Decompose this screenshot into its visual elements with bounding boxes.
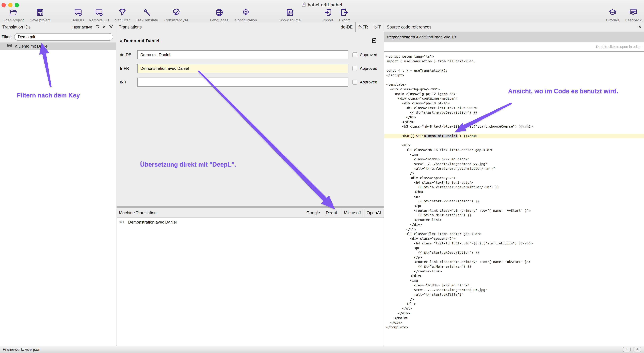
code-line: src="../../assets/images/mood_uk.jpg" <box>386 288 644 292</box>
toolbar-export-button[interactable]: Export <box>328 8 360 23</box>
code-line: </p> <box>386 255 644 260</box>
code-line: {{ $t("a.Mehr erfahren") }} <box>386 264 644 269</box>
code-line: <ul> <box>386 143 644 148</box>
filter-input[interactable] <box>14 33 113 41</box>
language-tabs: de-DEfr-FRit-IT <box>338 23 384 32</box>
toolbar-label: Export <box>339 18 350 23</box>
funnel-icon <box>118 8 127 18</box>
code-line <box>386 78 644 82</box>
code-line <box>386 64 644 68</box>
code-line: </router-link> <box>386 269 644 274</box>
language-tab-de-DE[interactable]: de-DE <box>338 23 355 32</box>
editor-hint-row: Double-click to open in editor <box>384 42 644 52</box>
source-references-header: Source code references ✕ <box>384 23 644 32</box>
translation-input-fr-FR[interactable] <box>137 64 348 73</box>
code-line: {{ $t("start.vvDescription") }} <box>386 199 644 204</box>
toolbar-feedback-button[interactable]: Feedback <box>618 8 644 23</box>
toolbar-label: Feedback <box>625 18 642 23</box>
toolbar-label: Configuration <box>235 18 257 23</box>
clear-filter-icon[interactable]: ✕ <box>102 25 106 29</box>
framework-status-text: Framework: vue-json <box>3 347 40 352</box>
translation-input-it-IT[interactable] <box>137 78 348 87</box>
translation-input-de-DE[interactable] <box>137 50 348 59</box>
refresh-filter-icon[interactable] <box>95 24 100 30</box>
toolbar-pre-translate-button[interactable]: Pre-Translate <box>131 8 163 23</box>
code-line: {{ $t("a.Versicherungsvermittler/-in") }… <box>386 185 644 190</box>
annotation-code-note: Ansicht, wo im Code es benutzt wird. <box>508 88 618 95</box>
code-line: <div class="container-medium"> <box>386 96 644 101</box>
code-line: <router-link class="btn-primary" :to="{ … <box>386 208 644 213</box>
source-references-title: Source code references <box>387 25 431 30</box>
language-label: de-DE <box>120 53 134 57</box>
code-line: <div class="space-y-2"> <box>386 176 644 180</box>
source-reference-item[interactable]: src/pages/start/GuestStartPage.vue:18 <box>384 32 644 42</box>
provider-tab-microsoft[interactable]: Microsoft <box>341 208 364 217</box>
approved-checkbox-it-IT[interactable] <box>352 80 357 85</box>
translation-row-fr-FR: fr-FRApproved <box>120 64 384 73</box>
code-line: /> <box>386 171 644 176</box>
code-line: class="hidden h-72 md:block" <box>386 283 644 288</box>
code-line: </template> <box>386 325 644 330</box>
toolbar-save-project-button[interactable]: Save project <box>24 8 56 23</box>
approved-checkbox-de-DE[interactable] <box>352 52 357 57</box>
status-bar: Framework: vue-json ≈★ <box>0 345 644 353</box>
panel-splitter[interactable] <box>116 206 384 208</box>
window-chrome: b babel-edit.babel Open projectSave proj… <box>0 0 644 23</box>
gear-icon <box>242 8 250 18</box>
waves-bubble-icon[interactable]: ≈ <box>623 346 630 352</box>
code-line: </h4> <box>386 190 644 194</box>
filter-label: Filter: <box>2 35 12 39</box>
entry-title: a.Demo mit Daniel <box>120 38 159 44</box>
translation-ids-title: Translation IDs <box>2 25 30 30</box>
code-line: </div> <box>386 274 644 278</box>
language-tab-it-IT[interactable]: it-IT <box>371 23 384 32</box>
editor-hint-text: Double-click to open in editor <box>596 45 642 49</box>
translation-row-de-DE: de-DEApproved <box>120 50 384 59</box>
toolbar-show-source-button[interactable]: Show source <box>274 8 306 23</box>
code-line: class="hidden h-72 md:block" <box>386 157 644 162</box>
provider-tab-openai[interactable]: OpenAI <box>364 208 384 217</box>
translation-id-list: a.Demo mit Daniel <box>0 43 116 345</box>
code-line: <li class="mb-16 flex items-center gap-x… <box>386 148 644 152</box>
code-line: <template> <box>386 82 644 87</box>
status-icons: ≈★ <box>623 346 641 352</box>
window-title: b babel-edit.babel <box>0 2 644 8</box>
filter-funnel-icon[interactable] <box>109 24 114 30</box>
brain-icon <box>172 8 180 18</box>
code-line: <h4 class="text-lg font-bold">{{ $t("sta… <box>386 241 644 246</box>
language-label: fr-FR <box>120 66 134 71</box>
code-line: </div> <box>386 320 644 325</box>
filter-active-label: Filter active <box>72 25 92 30</box>
toolbar-label: Save project <box>30 18 50 23</box>
provider-tab-google[interactable]: Google <box>304 208 323 217</box>
translations-title: Translations <box>119 25 142 30</box>
approved-checkbox-fr-FR[interactable] <box>352 66 357 71</box>
star-bubble-icon[interactable]: ★ <box>634 346 641 352</box>
wand-icon <box>142 8 151 18</box>
toolbar-configuration-button[interactable]: Configuration <box>230 8 262 23</box>
toolbar-consistency-ai-button[interactable]: ConsistencyAI <box>160 8 192 23</box>
code-line: {{ $t("a.Mehr erfahren") }} <box>386 213 644 218</box>
close-panel-icon[interactable]: ✕ <box>638 25 642 29</box>
translation-id-item[interactable]: a.Demo mit Daniel <box>0 43 116 50</box>
notepad-icon[interactable] <box>371 38 377 44</box>
provider-tab-deepl[interactable]: DeepL <box>323 208 341 217</box>
machine-translation-header: Machine Translation GoogleDeepLMicrosoft… <box>116 208 384 217</box>
toolbar-label: Show source <box>279 18 300 23</box>
toolbar-label: Add ID <box>72 18 84 23</box>
code-line: <p> <box>386 194 644 199</box>
translation-rows: de-DEApprovedfr-FRApprovedit-ITApproved <box>116 50 384 87</box>
language-tab-fr-FR[interactable]: fr-FR <box>355 23 371 32</box>
code-line: <router-link class="btn-primary" :to="{ … <box>386 260 644 264</box>
comment-icon <box>629 8 638 18</box>
mt-shortcut: ⌘1 <box>119 220 128 224</box>
translation-ids-header: Translation IDs Filter active ✕ <box>0 23 116 32</box>
doc-eye-icon <box>286 8 294 18</box>
code-line: </div> <box>386 222 644 227</box>
mt-suggestion-row[interactable]: ⌘1 Démonstration avec Daniel <box>116 218 384 225</box>
window-title-text: babel-edit.babel <box>308 2 342 8</box>
code-line: {{ $t("start.ukDescription") }} <box>386 250 644 255</box>
approved-label: Approved <box>360 80 377 85</box>
comment-bubble-icon <box>7 43 12 50</box>
language-label: it-IT <box>120 80 134 85</box>
